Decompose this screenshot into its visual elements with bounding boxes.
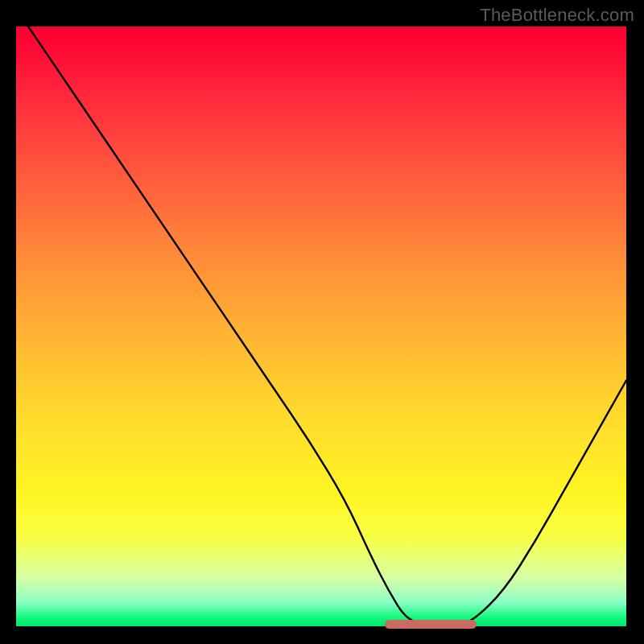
chart-container: TheBottleneck.com	[0, 0, 644, 644]
watermark-text: TheBottleneck.com	[480, 5, 634, 26]
optimal-range-marker	[385, 620, 477, 629]
plot-area	[16, 27, 626, 626]
bottleneck-curve	[16, 27, 626, 626]
